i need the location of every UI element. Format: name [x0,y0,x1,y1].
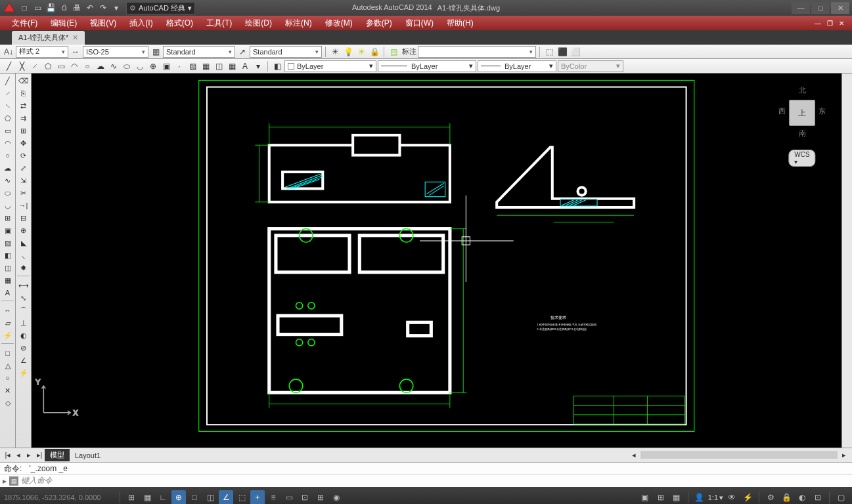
stretch-icon[interactable]: ⇲ [17,175,30,186]
hscroll-right-icon[interactable]: ▸ [840,451,849,460]
scale-dropdown-icon[interactable]: ▾ [719,494,723,502]
menu-modify[interactable]: 修改(M) [319,16,359,31]
circle-icon[interactable]: ○ [81,60,93,72]
ellipsearc-icon[interactable]: ◡ [134,60,146,72]
osnap-mid-icon[interactable]: △ [1,360,14,371]
tab-last-icon[interactable]: ▸| [35,451,44,460]
child-close-icon[interactable]: ✕ [836,18,847,28]
mleader-style-combo[interactable]: Standard▾ [250,46,322,58]
dim-quick-icon[interactable]: ⚡ [17,367,30,379]
region-icon[interactable]: ◫ [213,60,225,72]
scale-icon[interactable]: ⤢ [17,162,30,174]
rotate-icon[interactable]: ⟳ [17,150,30,161]
point-icon[interactable]: · [173,60,185,72]
ellipse-tool-icon[interactable]: ⬭ [1,187,14,199]
spline-icon[interactable]: ∿ [108,60,120,72]
layer-bulb-icon[interactable]: 💡 [342,46,354,58]
drawing-canvas[interactable]: 技术要求 1.铸件应符合标准 不得有裂纹 气孔 夹砂等铸造缺陷 2.未注圆角按R… [32,74,841,448]
viewcube-south[interactable]: 南 [799,129,806,138]
viewcube-face-top[interactable]: 上 [789,100,815,126]
block-tool-icon[interactable]: ▣ [1,224,14,236]
ellipse-icon[interactable]: ⬭ [121,60,133,72]
menu-param[interactable]: 参数(P) [359,16,399,31]
dist-tool-icon[interactable]: ↔ [1,304,14,316]
qview-layout-icon[interactable]: ⊞ [654,490,668,504]
pline-tool-icon[interactable]: ⟍ [1,100,14,112]
polygon-tool-icon[interactable]: ⬠ [1,112,14,124]
dim-linear-icon[interactable]: ⟷ [17,280,30,291]
line-tool-icon[interactable]: ╱ [1,75,14,87]
array-icon[interactable]: ⊞ [17,125,30,136]
layer-combo[interactable]: ByLayer▾ [284,60,376,72]
menu-edit[interactable]: 编辑(E) [44,16,83,31]
arc-tool-icon[interactable]: ◠ [1,137,14,149]
polar-toggle[interactable]: ⊕ [171,490,186,504]
hatch-tool-icon[interactable]: ▨ [1,237,14,249]
block-icon[interactable]: ▣ [160,60,172,72]
pline-icon[interactable]: ⟋ [29,60,41,72]
fillet-icon[interactable]: ◟ [17,249,30,261]
viewcube-east[interactable]: 东 [818,106,826,116]
dyn-toggle[interactable]: + [250,490,265,504]
dim-arc-icon[interactable]: ⌒ [17,304,30,316]
ws-switch-icon[interactable]: ⚙ [763,490,778,504]
coord-display[interactable]: 1875.1066, -523.3264, 0.0000 [4,494,116,501]
text-style-icon[interactable]: A↓ [3,46,14,58]
menu-view[interactable]: 视图(V) [83,16,123,31]
menu-dim[interactable]: 标注(N) [279,16,319,31]
menu-file[interactable]: 文件(F) [5,16,44,31]
child-restore-icon[interactable]: ❐ [824,18,835,28]
layer-prop-icon[interactable]: ☀ [329,46,341,58]
tab-prev-icon[interactable]: ◂ [14,451,23,460]
tab-model[interactable]: 模型 [45,449,70,461]
isolate-obj-icon[interactable]: ⊡ [811,490,825,504]
dim-dia-icon[interactable]: ⊘ [17,342,30,354]
lineweight-combo[interactable]: ByLayer▾ [478,60,556,72]
undo-icon[interactable]: ↶ [84,2,96,14]
explode-icon[interactable]: ✸ [17,262,30,274]
trim-icon[interactable]: ✂ [17,187,30,199]
revcloud-icon[interactable]: ☁ [95,60,106,72]
menu-window[interactable]: 窗口(W) [399,16,440,31]
offset-icon[interactable]: ⇉ [17,112,30,124]
osnap-cen-icon[interactable]: ○ [1,372,14,384]
tab-layout1[interactable]: Layout1 [70,450,106,461]
hscroll-left-icon[interactable]: ◂ [629,451,639,460]
anno-scale-label[interactable]: 1:1 [708,494,718,501]
revcloud-tool-icon[interactable]: ☁ [1,162,14,174]
dim-style-combo[interactable]: ISO-25▾ [83,46,148,58]
osnap-node-icon[interactable]: ✕ [1,385,14,396]
addselect-icon[interactable]: ▾ [252,60,264,72]
circle-tool-icon[interactable]: ○ [1,150,14,161]
qat-dropdown-icon[interactable]: ▾ [110,2,122,14]
tab-next-icon[interactable]: ▸ [24,451,34,460]
text-style-combo[interactable]: 样式 2▾ [16,46,68,58]
lwt-toggle[interactable]: ≡ [266,490,280,504]
menu-format[interactable]: 格式(O) [160,16,200,31]
anno-auto-icon[interactable]: ⚡ [740,490,755,504]
insert-tool-icon[interactable]: ⊞ [1,212,14,224]
table-style-combo[interactable]: Standard▾ [163,46,235,58]
plotstyle-combo[interactable]: ByColor▾ [558,60,623,72]
vertical-scrollbar[interactable] [841,74,852,448]
xline-icon[interactable]: ╳ [16,60,28,72]
viewcube-north[interactable]: 北 [799,85,806,95]
grid-toggle[interactable]: ▦ [140,490,154,504]
dim-style-icon[interactable]: ↔ [70,46,81,58]
mirror-icon[interactable]: ⇄ [17,100,30,112]
mtext-icon[interactable]: A [239,60,251,72]
model-paper-toggle[interactable]: ▣ [638,490,652,504]
dim-rad-icon[interactable]: ◐ [17,329,30,341]
ortho-toggle[interactable]: ∟ [156,490,170,504]
tab-close-icon[interactable]: ✕ [72,33,78,42]
menu-tools[interactable]: 工具(T) [200,16,238,31]
child-min-icon[interactable]: — [813,18,823,28]
line-icon[interactable]: ╱ [3,60,14,72]
rect-tool-icon[interactable]: ▭ [1,125,14,136]
arc-icon[interactable]: ◠ [68,60,80,72]
osnap-quad-icon[interactable]: ◇ [1,397,14,409]
annotative-combo[interactable]: ▾ [418,46,536,58]
redo-icon[interactable]: ↷ [97,2,109,14]
region-tool-icon[interactable]: ◫ [1,262,14,274]
move-icon[interactable]: ✥ [17,137,30,149]
